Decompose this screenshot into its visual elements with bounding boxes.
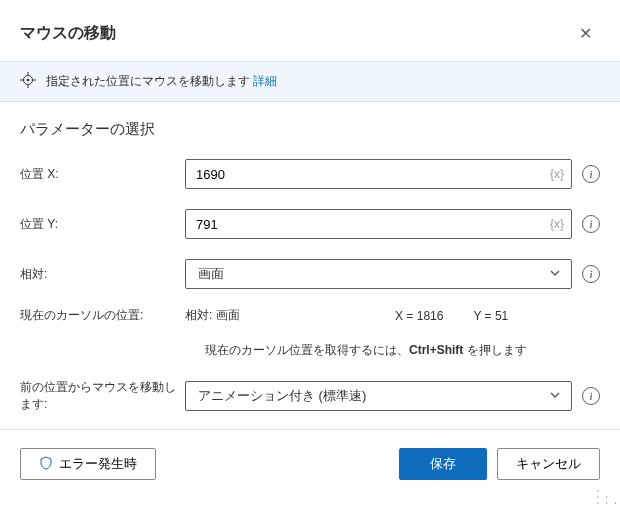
cursor-relative: 相対: 画面 [185,307,395,324]
info-icon[interactable]: i [582,387,600,405]
chevron-down-icon [549,267,561,282]
on-error-button[interactable]: エラー発生時 [20,448,156,480]
label-animate: 前の位置からマウスを移動します: [20,379,185,413]
label-position-x: 位置 X: [20,166,185,183]
shield-icon [39,456,53,473]
select-relative[interactable]: 画面 [185,259,572,289]
close-button[interactable]: ✕ [571,20,600,47]
label-relative: 相対: [20,266,185,283]
info-icon[interactable]: i [582,265,600,283]
info-bar: 指定された位置にマウスを移動します 詳細 [0,61,620,102]
info-link[interactable]: 詳細 [253,74,277,88]
input-position-x[interactable] [185,159,572,189]
save-button[interactable]: 保存 [399,448,487,480]
svg-point-1 [27,79,29,81]
input-position-y[interactable] [185,209,572,239]
select-animate[interactable]: アニメーション付き (標準速) [185,381,572,411]
label-current-cursor: 現在のカーソルの位置: [20,307,185,324]
select-animate-value: アニメーション付き (標準速) [198,387,366,405]
target-icon [20,72,36,91]
label-position-y: 位置 Y: [20,216,185,233]
cursor-xy: X = 1816 Y = 51 [395,309,508,323]
info-icon[interactable]: i [582,165,600,183]
chevron-down-icon [549,389,561,404]
select-relative-value: 画面 [198,265,224,283]
section-title: パラメーターの選択 [0,102,620,149]
cancel-button[interactable]: キャンセル [497,448,600,480]
info-icon[interactable]: i [582,215,600,233]
info-text: 指定された位置にマウスを移動します [46,74,250,88]
close-icon: ✕ [579,25,592,42]
dialog-title: マウスの移動 [20,23,116,44]
cursor-tip: 現在のカーソル位置を取得するには、Ctrl+Shift を押します [185,342,620,369]
